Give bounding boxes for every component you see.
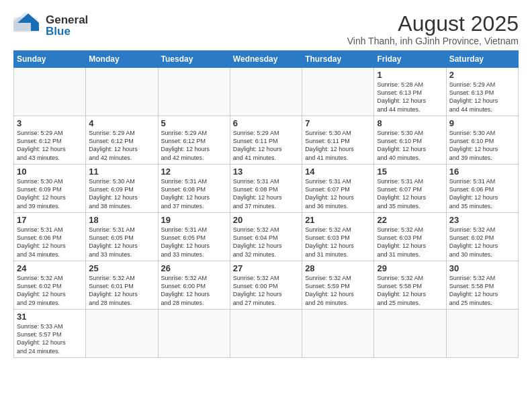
calendar-cell bbox=[302, 68, 374, 116]
calendar-cell: 8Sunrise: 5:30 AM Sunset: 6:10 PM Daylig… bbox=[374, 116, 446, 165]
cell-date-number: 4 bbox=[89, 118, 154, 128]
cell-sun-info: Sunrise: 5:29 AM Sunset: 6:12 PM Dayligh… bbox=[161, 129, 227, 162]
cell-sun-info: Sunrise: 5:32 AM Sunset: 6:01 PM Dayligh… bbox=[89, 274, 154, 307]
calendar-cell: 5Sunrise: 5:29 AM Sunset: 6:12 PM Daylig… bbox=[158, 116, 230, 165]
cell-date-number: 25 bbox=[89, 263, 154, 273]
calendar-cell bbox=[302, 310, 374, 358]
cell-sun-info: Sunrise: 5:32 AM Sunset: 6:02 PM Dayligh… bbox=[17, 274, 83, 307]
calendar-cell: 28Sunrise: 5:32 AM Sunset: 5:59 PM Dayli… bbox=[302, 261, 374, 310]
cell-date-number: 3 bbox=[17, 118, 83, 128]
calendar-cell: 18Sunrise: 5:31 AM Sunset: 6:05 PM Dayli… bbox=[86, 213, 158, 261]
cell-sun-info: Sunrise: 5:30 AM Sunset: 6:10 PM Dayligh… bbox=[449, 129, 515, 162]
logo-blue: Blue bbox=[46, 26, 88, 38]
cell-sun-info: Sunrise: 5:32 AM Sunset: 6:03 PM Dayligh… bbox=[377, 226, 443, 259]
cell-date-number: 2 bbox=[449, 70, 515, 80]
cell-sun-info: Sunrise: 5:32 AM Sunset: 6:03 PM Dayligh… bbox=[305, 226, 371, 259]
calendar-cell: 22Sunrise: 5:32 AM Sunset: 6:03 PM Dayli… bbox=[374, 213, 446, 261]
cell-date-number: 12 bbox=[161, 167, 227, 177]
calendar-cell: 13Sunrise: 5:31 AM Sunset: 6:08 PM Dayli… bbox=[230, 165, 302, 213]
cell-sun-info: Sunrise: 5:30 AM Sunset: 6:11 PM Dayligh… bbox=[305, 129, 371, 162]
cell-sun-info: Sunrise: 5:32 AM Sunset: 6:02 PM Dayligh… bbox=[449, 226, 515, 259]
cell-date-number: 18 bbox=[89, 215, 154, 225]
cell-date-number: 14 bbox=[305, 167, 371, 177]
cell-date-number: 24 bbox=[17, 263, 83, 273]
cell-date-number: 8 bbox=[377, 118, 443, 128]
calendar-cell bbox=[446, 310, 518, 358]
logo-area: General Blue bbox=[13, 12, 88, 40]
page: General Blue August 2025 Vinh Thanh, inh… bbox=[0, 0, 532, 411]
calendar-cell bbox=[374, 310, 446, 358]
logo-text-area: General Blue bbox=[46, 14, 88, 38]
cell-date-number: 15 bbox=[377, 167, 443, 177]
day-header-sunday: Sunday bbox=[14, 51, 86, 68]
calendar-cell: 27Sunrise: 5:32 AM Sunset: 6:00 PM Dayli… bbox=[230, 261, 302, 310]
calendar-cell: 10Sunrise: 5:30 AM Sunset: 6:09 PM Dayli… bbox=[14, 165, 86, 213]
calendar-cell: 14Sunrise: 5:31 AM Sunset: 6:07 PM Dayli… bbox=[302, 165, 374, 213]
cell-date-number: 23 bbox=[449, 215, 515, 225]
calendar-week-6: 31Sunrise: 5:33 AM Sunset: 5:57 PM Dayli… bbox=[14, 310, 519, 358]
cell-sun-info: Sunrise: 5:32 AM Sunset: 5:58 PM Dayligh… bbox=[377, 274, 443, 307]
main-title: August 2025 bbox=[347, 12, 519, 36]
cell-sun-info: Sunrise: 5:31 AM Sunset: 6:08 PM Dayligh… bbox=[161, 177, 227, 210]
cell-sun-info: Sunrise: 5:32 AM Sunset: 6:00 PM Dayligh… bbox=[161, 274, 227, 307]
cell-date-number: 1 bbox=[377, 70, 443, 80]
logo-wrapper: General Blue bbox=[13, 12, 88, 40]
calendar-cell: 12Sunrise: 5:31 AM Sunset: 6:08 PM Dayli… bbox=[158, 165, 230, 213]
cell-date-number: 26 bbox=[161, 263, 227, 273]
calendar-cell: 11Sunrise: 5:30 AM Sunset: 6:09 PM Dayli… bbox=[86, 165, 158, 213]
day-header-monday: Monday bbox=[86, 51, 158, 68]
cell-sun-info: Sunrise: 5:32 AM Sunset: 5:59 PM Dayligh… bbox=[305, 274, 371, 307]
cell-sun-info: Sunrise: 5:31 AM Sunset: 6:05 PM Dayligh… bbox=[89, 226, 154, 259]
subtitle: Vinh Thanh, inh GJinh Province, Vietnam bbox=[347, 36, 519, 46]
calendar-cell bbox=[158, 310, 230, 358]
cell-date-number: 16 bbox=[449, 167, 515, 177]
calendar-week-5: 24Sunrise: 5:32 AM Sunset: 6:02 PM Dayli… bbox=[14, 261, 519, 310]
cell-sun-info: Sunrise: 5:31 AM Sunset: 6:06 PM Dayligh… bbox=[449, 177, 515, 210]
cell-sun-info: Sunrise: 5:29 AM Sunset: 6:11 PM Dayligh… bbox=[233, 129, 299, 162]
calendar-table: SundayMondayTuesdayWednesdayThursdayFrid… bbox=[13, 50, 519, 358]
calendar-week-1: 1Sunrise: 5:28 AM Sunset: 6:13 PM Daylig… bbox=[14, 68, 519, 116]
cell-date-number: 5 bbox=[161, 118, 227, 128]
cell-date-number: 31 bbox=[17, 312, 83, 322]
calendar-cell: 9Sunrise: 5:30 AM Sunset: 6:10 PM Daylig… bbox=[446, 116, 518, 165]
cell-sun-info: Sunrise: 5:29 AM Sunset: 6:12 PM Dayligh… bbox=[89, 129, 154, 162]
calendar-cell bbox=[14, 68, 86, 116]
cell-date-number: 20 bbox=[233, 215, 299, 225]
calendar-cell bbox=[230, 310, 302, 358]
calendar-cell bbox=[86, 68, 158, 116]
calendar-cell: 16Sunrise: 5:31 AM Sunset: 6:06 PM Dayli… bbox=[446, 165, 518, 213]
calendar-cell: 30Sunrise: 5:32 AM Sunset: 5:58 PM Dayli… bbox=[446, 261, 518, 310]
calendar-cell: 21Sunrise: 5:32 AM Sunset: 6:03 PM Dayli… bbox=[302, 213, 374, 261]
cell-date-number: 22 bbox=[377, 215, 443, 225]
calendar-cell bbox=[230, 68, 302, 116]
cell-sun-info: Sunrise: 5:31 AM Sunset: 6:06 PM Dayligh… bbox=[17, 226, 83, 259]
cell-sun-info: Sunrise: 5:31 AM Sunset: 6:07 PM Dayligh… bbox=[377, 177, 443, 210]
calendar-week-4: 17Sunrise: 5:31 AM Sunset: 6:06 PM Dayli… bbox=[14, 213, 519, 261]
cell-date-number: 27 bbox=[233, 263, 299, 273]
header: General Blue August 2025 Vinh Thanh, inh… bbox=[13, 12, 519, 46]
calendar-cell: 2Sunrise: 5:29 AM Sunset: 6:13 PM Daylig… bbox=[446, 68, 518, 116]
cell-date-number: 13 bbox=[233, 167, 299, 177]
cell-date-number: 28 bbox=[305, 263, 371, 273]
calendar-cell: 19Sunrise: 5:31 AM Sunset: 6:05 PM Dayli… bbox=[158, 213, 230, 261]
cell-sun-info: Sunrise: 5:30 AM Sunset: 6:09 PM Dayligh… bbox=[17, 177, 83, 210]
cell-sun-info: Sunrise: 5:28 AM Sunset: 6:13 PM Dayligh… bbox=[377, 81, 443, 113]
cell-sun-info: Sunrise: 5:33 AM Sunset: 5:57 PM Dayligh… bbox=[17, 322, 83, 355]
cell-date-number: 17 bbox=[17, 215, 83, 225]
day-header-saturday: Saturday bbox=[446, 51, 518, 68]
cell-sun-info: Sunrise: 5:31 AM Sunset: 6:08 PM Dayligh… bbox=[233, 177, 299, 210]
cell-date-number: 6 bbox=[233, 118, 299, 128]
calendar-cell: 29Sunrise: 5:32 AM Sunset: 5:58 PM Dayli… bbox=[374, 261, 446, 310]
day-header-friday: Friday bbox=[374, 51, 446, 68]
calendar-cell: 20Sunrise: 5:32 AM Sunset: 6:04 PM Dayli… bbox=[230, 213, 302, 261]
calendar-cell bbox=[158, 68, 230, 116]
calendar-header-row: SundayMondayTuesdayWednesdayThursdayFrid… bbox=[14, 51, 519, 68]
title-area: August 2025 Vinh Thanh, inh GJinh Provin… bbox=[347, 12, 519, 46]
calendar-cell: 3Sunrise: 5:29 AM Sunset: 6:12 PM Daylig… bbox=[14, 116, 86, 165]
calendar-cell: 31Sunrise: 5:33 AM Sunset: 5:57 PM Dayli… bbox=[14, 310, 86, 358]
calendar-cell: 23Sunrise: 5:32 AM Sunset: 6:02 PM Dayli… bbox=[446, 213, 518, 261]
cell-date-number: 21 bbox=[305, 215, 371, 225]
cell-sun-info: Sunrise: 5:32 AM Sunset: 5:58 PM Dayligh… bbox=[449, 274, 515, 307]
cell-date-number: 7 bbox=[305, 118, 371, 128]
calendar-cell bbox=[86, 310, 158, 358]
